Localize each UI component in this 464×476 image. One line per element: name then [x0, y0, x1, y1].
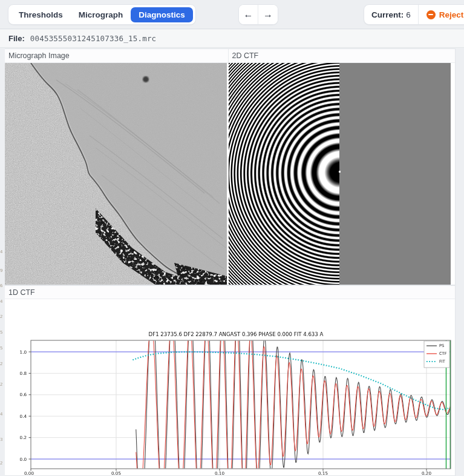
legend-ps-label: PS [439, 343, 444, 348]
reject-label: Reject [439, 10, 464, 19]
edge-tick-digit: 6 [0, 284, 4, 288]
micrograph-panel-title: Micrograph Image [5, 49, 228, 62]
plot-title: DF1 23735.6 DF2 22879.7 ANGAST 0.396 PHA… [149, 331, 324, 337]
tab-diagnostics[interactable]: Diagnostics [131, 7, 193, 22]
nav-button-group: ← → [238, 4, 278, 25]
plot-legend: PS CTF FIT [424, 341, 449, 368]
image-panels-card: Micrograph Image 2D CTF [5, 48, 456, 285]
edge-tick-digit: 5 [0, 346, 4, 351]
svg-text:1.0: 1.0 [20, 349, 27, 355]
svg-text:0.6: 0.6 [20, 392, 27, 397]
svg-text:0.4: 0.4 [20, 414, 27, 419]
ctf1d-card: 1D CTF DF1 23735.6 DF2 22879.7 ANGAST 0.… [5, 285, 456, 476]
edge-tick-digit: 4 [0, 300, 4, 304]
edge-tick-digit: 2 [0, 461, 4, 466]
file-label: File: [8, 34, 25, 43]
svg-text:0.00: 0.00 [24, 471, 34, 476]
contamination-dot [143, 76, 149, 82]
edge-tick-digit: 2 [0, 315, 4, 319]
ctf-1d-plot: DF1 23735.6 DF2 22879.7 ANGAST 0.396 PHA… [5, 330, 456, 476]
current-reject-group: Current: 6 Reject [364, 4, 464, 25]
tab-thresholds[interactable]: Thresholds [11, 7, 71, 22]
svg-text:0.10: 0.10 [215, 471, 224, 476]
prev-button[interactable]: ← [239, 5, 258, 24]
edge-tick-digit: 4 [0, 250, 4, 254]
svg-text:0.20: 0.20 [422, 471, 431, 476]
edge-tick-digit: 9 [0, 269, 4, 273]
image-row [5, 63, 456, 285]
current-label: Current: [371, 10, 404, 19]
legend-fit-label: FIT [439, 359, 446, 364]
micrograph-image [5, 63, 227, 285]
svg-text:0.2: 0.2 [20, 435, 27, 440]
y-axis-labels: 0.0 0.2 0.4 0.6 0.8 1.0 [20, 349, 27, 462]
x-axis-labels: 0.00 0.05 0.10 0.15 0.20 [24, 471, 431, 476]
svg-text:0.15: 0.15 [318, 471, 328, 476]
arrow-right-icon: → [263, 9, 273, 20]
edge-tick-digit: 3 [0, 438, 4, 442]
edge-tick-digit: 4 [0, 412, 4, 417]
svg-text:0.05: 0.05 [111, 471, 121, 476]
ctf2d-panel-title: 2D CTF [228, 49, 456, 62]
toolbar: Thresholds Micrograph Diagnostics ← → Cu… [0, 0, 464, 29]
edge-tick-digit: 2 [0, 383, 4, 387]
legend-ctf-label: CTF [439, 351, 447, 356]
file-bar: File: 00453555031245107336_15.mrc [0, 30, 464, 48]
reject-button[interactable]: Reject [419, 5, 464, 24]
edge-tick-digit: 2 [0, 362, 4, 366]
ctf1d-panel-title: 1D CTF [5, 286, 455, 299]
svg-text:0.8: 0.8 [20, 371, 27, 376]
current-indicator: Current: 6 [364, 5, 419, 24]
file-name: 00453555031245107336_15.mrc [30, 34, 157, 43]
diagnostics-screen: Thresholds Micrograph Diagnostics ← → Cu… [0, 0, 464, 476]
next-button[interactable]: → [258, 5, 278, 24]
panel-headers: Micrograph Image 2D CTF [5, 49, 455, 63]
reject-minus-icon [426, 10, 436, 19]
ctf-2d-image [229, 63, 451, 285]
arrow-left-icon: ← [244, 9, 253, 20]
svg-text:0.0: 0.0 [20, 457, 27, 462]
current-value: 6 [406, 10, 411, 19]
edge-tick-digit: 5 [0, 331, 4, 335]
tab-micrograph[interactable]: Micrograph [71, 7, 131, 22]
tab-group: Thresholds Micrograph Diagnostics [8, 4, 196, 25]
